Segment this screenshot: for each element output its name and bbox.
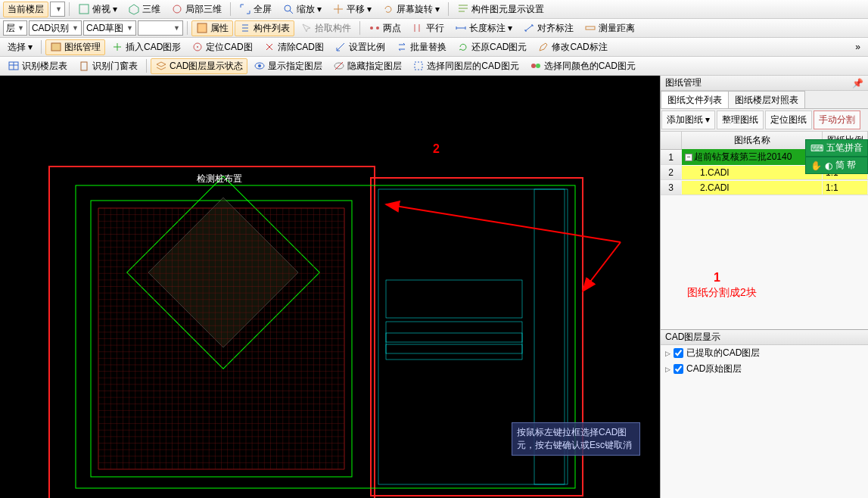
table-row[interactable]: 3 2.CADI 1:1 <box>661 180 868 195</box>
replace-icon <box>396 41 408 53</box>
3d-icon <box>128 3 140 15</box>
clear-icon <box>263 41 275 53</box>
parallel-icon <box>412 22 424 34</box>
attribute-button[interactable]: 属性 <box>191 20 233 36</box>
pan-icon <box>332 3 344 15</box>
length-dim-button[interactable]: 长度标注▾ <box>450 20 517 36</box>
set-scale-button[interactable]: 设置比例 <box>330 39 390 55</box>
insert-cad-button[interactable]: 插入CAD图形 <box>107 39 185 55</box>
align-icon <box>523 22 535 34</box>
parallel-button[interactable]: 平行 <box>407 20 449 36</box>
select-button[interactable]: 选择▾ <box>3 39 37 55</box>
pan-button[interactable]: 平移▾ <box>328 2 376 17</box>
restore-icon <box>457 41 469 53</box>
select-layer-icon <box>412 60 425 72</box>
svg-rect-26 <box>148 198 298 347</box>
list-icon <box>239 22 251 34</box>
empty-combo[interactable]: ▼ <box>138 20 183 36</box>
hide-icon <box>333 60 345 72</box>
modify-cad-dim-button[interactable]: 修改CAD标注 <box>533 39 611 55</box>
svg-point-14 <box>258 64 261 67</box>
floor-combo[interactable]: 层▼ <box>3 20 27 36</box>
toolbar-row-1: 当前楼层 ▼ 俯视▾ 三维 局部三维 全屏 缩放▾ 平移▾ 屏幕旋转▾ 构件图元… <box>0 0 868 19</box>
tree-expand-icon[interactable]: ▷ <box>665 366 670 373</box>
organize-drawing-button[interactable]: 整理图纸 <box>717 110 764 129</box>
svg-rect-8 <box>51 43 61 51</box>
collapse-icon[interactable]: − <box>685 154 692 161</box>
add-drawing-button[interactable]: 添加图纸 ▾ <box>661 110 715 129</box>
batch-replace-button[interactable]: 批量替换 <box>391 39 451 55</box>
display-icon <box>457 3 469 15</box>
tree-expand-icon[interactable]: ▷ <box>665 350 670 357</box>
cube-icon <box>78 3 90 15</box>
annotation-1: 1 <box>714 271 720 285</box>
svg-point-19 <box>536 64 540 68</box>
svg-point-18 <box>531 64 536 68</box>
component-list-button[interactable]: 构件列表 <box>235 20 294 36</box>
properties-icon <box>196 22 208 34</box>
table-icon <box>8 60 20 72</box>
toolbar-row-3: 选择▾ 图纸管理 插入CAD图形 定位CAD图 清除CAD图 设置比例 批量替换… <box>0 38 868 57</box>
restore-cad-button[interactable]: 还原CAD图元 <box>453 39 531 55</box>
svg-rect-7 <box>586 26 595 30</box>
tree-item-original[interactable]: ▷ CAD原始图层 <box>661 361 868 377</box>
layer-checkbox[interactable] <box>674 348 683 358</box>
svg-rect-12 <box>81 62 87 70</box>
select-same-color-button[interactable]: 选择同颜色的CAD图元 <box>525 58 640 74</box>
recog-door-window-button[interactable]: 识别门窗表 <box>73 58 142 74</box>
zoom-icon <box>282 3 294 15</box>
ime-indicator[interactable]: ⌨五笔拼音 ✋◐简 帮 <box>805 139 868 174</box>
drawing-tabs: 图纸文件列表 图纸楼层对照表 <box>661 91 868 109</box>
two-points-button[interactable]: 两点 <box>364 20 406 36</box>
target-icon <box>191 41 204 53</box>
clear-cad-button[interactable]: 清除CAD图 <box>259 39 328 55</box>
panel-title-cad-layer: CAD图层显示 <box>661 330 868 345</box>
col-name[interactable]: 图纸名称 <box>682 132 823 149</box>
cad-viewport[interactable]: 检测桩布置 2 按鼠标左键拉框选择CAD图元，按右键确认或Esc键取消 <box>0 76 660 498</box>
layer-panel: CAD图层显示 ▷ 已提取的CAD图层 ▷ CAD原始图层 <box>661 329 868 498</box>
zoom-button[interactable]: 缩放▾ <box>278 2 326 17</box>
recog-floor-table-button[interactable]: 识别楼层表 <box>3 58 72 74</box>
annotation-2: 2 <box>433 142 440 156</box>
locate-drawing-button[interactable]: 定位图纸 <box>765 110 812 129</box>
tab-file-list[interactable]: 图纸文件列表 <box>661 91 729 108</box>
three-d-button[interactable]: 三维 <box>123 2 165 17</box>
current-floor-button[interactable]: 当前楼层 <box>3 2 48 17</box>
svg-rect-17 <box>415 62 422 70</box>
svg-line-3 <box>290 11 293 14</box>
svg-rect-4 <box>198 23 207 33</box>
drawing-manage-button[interactable]: 图纸管理 <box>45 39 105 55</box>
svg-point-6 <box>376 26 379 30</box>
svg-rect-28 <box>386 280 522 318</box>
svg-point-10 <box>197 46 198 48</box>
layer-checkbox[interactable] <box>674 364 683 374</box>
drawing-title: 检测桩布置 <box>197 173 242 184</box>
floor-dropdown-small[interactable]: ▼ <box>50 2 65 17</box>
local-3d-button[interactable]: 局部三维 <box>166 2 226 17</box>
align-dim-button[interactable]: 对齐标注 <box>518 20 578 36</box>
cad-sketch-combo[interactable]: CAD草图▼ <box>83 20 136 36</box>
panel-pin-icon[interactable]: 📌 <box>852 78 863 89</box>
screen-rotate-button[interactable]: 屏幕旋转▾ <box>378 2 444 17</box>
scale-icon <box>334 41 347 53</box>
manual-split-button[interactable]: 手动分割 <box>814 110 860 129</box>
show-layer-button[interactable]: 显示指定图层 <box>249 58 327 74</box>
locate-cad-button[interactable]: 定位CAD图 <box>187 39 257 55</box>
select-same-layer-button[interactable]: 选择同图层的CAD图元 <box>408 58 523 74</box>
insert-icon <box>111 41 123 53</box>
fullscreen-button[interactable]: 全屏 <box>235 2 276 17</box>
tree-item-extracted[interactable]: ▷ 已提取的CAD图层 <box>661 345 868 361</box>
svg-point-5 <box>370 26 373 30</box>
svg-rect-0 <box>79 5 89 14</box>
cad-recognize-combo[interactable]: CAD识别▼ <box>29 20 82 36</box>
tab-floor-compare[interactable]: 图纸楼层对照表 <box>728 91 805 108</box>
pick-component-button[interactable]: 拾取构件 <box>296 20 356 36</box>
toolbar-row-4: 识别楼层表 识别门窗表 CAD图层显示状态 显示指定图层 隐藏指定图层 选择同图… <box>0 57 868 76</box>
hide-layer-button[interactable]: 隐藏指定图层 <box>328 58 406 74</box>
cad-layer-state-button[interactable]: CAD图层显示状态 <box>151 58 247 74</box>
overflow-button[interactable]: » <box>851 39 865 55</box>
layers-icon <box>155 60 167 72</box>
measure-button[interactable]: 测量距离 <box>580 20 639 36</box>
top-view-button[interactable]: 俯视▾ <box>73 2 122 17</box>
component-display-button[interactable]: 构件图元显示设置 <box>453 2 549 17</box>
